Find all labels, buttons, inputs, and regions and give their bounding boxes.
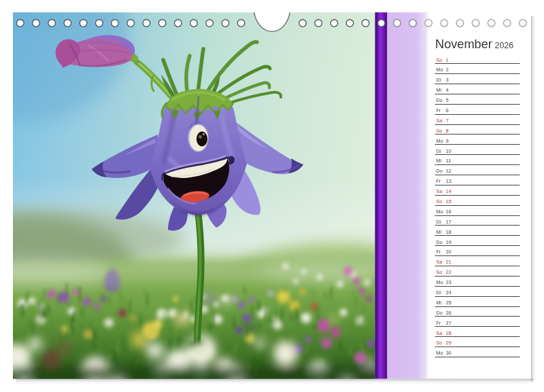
svg-text:So: So: [437, 340, 443, 346]
svg-text:Fr: Fr: [437, 108, 441, 113]
svg-text:Fr: Fr: [437, 321, 441, 326]
svg-text:25: 25: [446, 300, 452, 306]
svg-text:22: 22: [446, 270, 452, 275]
svg-text:Mi: Mi: [437, 88, 442, 93]
svg-text:10: 10: [446, 149, 452, 154]
svg-text:17: 17: [446, 219, 452, 225]
svg-text:Sa: Sa: [437, 260, 443, 265]
svg-text:Fr: Fr: [437, 179, 441, 184]
svg-text:Mo: Mo: [437, 351, 443, 356]
svg-text:Mo: Mo: [437, 67, 443, 73]
svg-text:4: 4: [446, 88, 449, 93]
svg-text:Do: Do: [437, 240, 443, 245]
svg-text:Sa: Sa: [437, 189, 443, 194]
svg-text:21: 21: [446, 260, 452, 265]
svg-text:Di: Di: [437, 149, 441, 154]
svg-text:29: 29: [446, 340, 452, 346]
svg-text:26: 26: [446, 310, 452, 316]
svg-text:Mi: Mi: [437, 230, 442, 235]
svg-text:28: 28: [446, 331, 452, 336]
svg-text:Do: Do: [437, 168, 443, 174]
svg-text:Sa: Sa: [437, 331, 443, 336]
svg-text:13: 13: [446, 179, 452, 184]
svg-text:Di: Di: [437, 290, 441, 296]
svg-text:2026: 2026: [495, 41, 514, 50]
svg-text:Do: Do: [437, 310, 443, 316]
svg-text:19: 19: [446, 240, 452, 245]
svg-text:20: 20: [446, 249, 452, 255]
svg-text:Sa: Sa: [437, 118, 443, 124]
svg-text:Mo: Mo: [437, 139, 443, 144]
svg-text:Mi: Mi: [437, 300, 442, 306]
svg-text:30: 30: [446, 351, 452, 356]
svg-text:24: 24: [446, 290, 452, 296]
svg-text:23: 23: [446, 280, 452, 285]
svg-text:Mo: Mo: [437, 209, 443, 215]
svg-text:3: 3: [446, 77, 449, 83]
svg-text:Di: Di: [437, 219, 441, 225]
svg-text:11: 11: [446, 158, 451, 164]
svg-text:7: 7: [446, 118, 449, 124]
svg-text:November: November: [435, 37, 492, 51]
svg-text:So: So: [437, 270, 443, 275]
svg-text:14: 14: [446, 189, 452, 194]
svg-text:16: 16: [446, 209, 452, 215]
svg-text:8: 8: [446, 128, 449, 134]
svg-text:5: 5: [446, 98, 449, 103]
svg-text:9: 9: [446, 139, 449, 144]
svg-text:Mi: Mi: [437, 158, 442, 164]
svg-text:2: 2: [446, 67, 449, 73]
svg-text:So: So: [437, 128, 443, 134]
svg-text:So: So: [437, 58, 443, 63]
svg-text:1: 1: [446, 58, 449, 63]
svg-text:Mo: Mo: [437, 280, 443, 285]
svg-text:27: 27: [446, 321, 452, 326]
svg-text:So: So: [437, 199, 443, 204]
svg-text:12: 12: [446, 168, 452, 174]
svg-text:Fr: Fr: [437, 249, 441, 255]
svg-text:15: 15: [446, 199, 452, 204]
svg-text:6: 6: [446, 108, 449, 113]
svg-text:18: 18: [446, 230, 452, 235]
svg-text:Do: Do: [437, 98, 443, 103]
svg-text:Di: Di: [437, 77, 441, 83]
